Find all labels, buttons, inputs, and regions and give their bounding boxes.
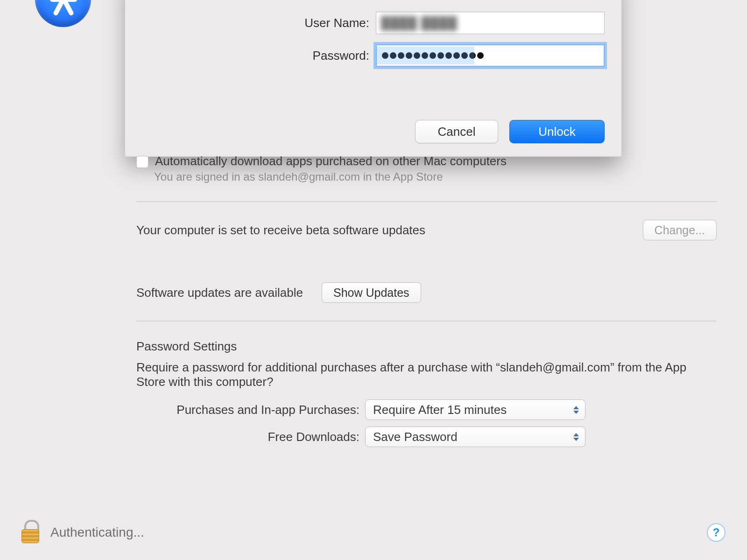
preferences-content: Automatically download apps purchased on…	[136, 154, 717, 447]
username-label: User Name:	[215, 16, 369, 30]
auth-sheet: Enter your password to allow this. User …	[125, 0, 622, 157]
username-field[interactable]: ████ ████	[376, 12, 605, 34]
purchases-select[interactable]: Require After 15 minutes	[365, 399, 585, 420]
auto-download-label: Automatically download apps purchased on…	[155, 154, 507, 168]
password-value	[381, 52, 484, 59]
password-settings-desc: Require a password for additional purcha…	[136, 360, 717, 389]
password-settings-title: Password Settings	[136, 339, 717, 354]
divider	[136, 201, 717, 202]
password-label: Password:	[215, 49, 369, 63]
help-button[interactable]: ?	[707, 523, 726, 542]
updates-available-text: Software updates are available	[136, 286, 303, 300]
auto-download-checkbox[interactable]	[136, 156, 148, 168]
password-field[interactable]	[376, 44, 605, 67]
signed-in-text: You are signed in as slandeh@gmail.com i…	[154, 170, 717, 183]
free-downloads-select[interactable]: Save Password	[365, 427, 585, 447]
chevron-updown-icon	[572, 403, 580, 416]
auto-download-row: Automatically download apps purchased on…	[136, 154, 717, 168]
footer: Authenticating... ?	[21, 523, 726, 542]
chevron-updown-icon	[572, 430, 580, 443]
beta-updates-text: Your computer is set to receive beta sof…	[136, 223, 425, 238]
divider	[136, 321, 717, 322]
show-updates-button[interactable]: Show Updates	[322, 282, 421, 303]
cancel-button[interactable]: Cancel	[415, 120, 498, 143]
app-store-icon	[35, 0, 91, 27]
username-value: ████ ████	[381, 16, 458, 30]
purchases-value: Require After 15 minutes	[373, 403, 507, 417]
purchases-label: Purchases and In-app Purchases:	[136, 403, 359, 417]
unlock-button[interactable]: Unlock	[509, 120, 605, 143]
free-downloads-label: Free Downloads:	[136, 430, 359, 444]
free-downloads-value: Save Password	[373, 430, 458, 444]
auth-status-text: Authenticating...	[50, 525, 144, 540]
change-button[interactable]: Change...	[643, 220, 717, 240]
lock-icon[interactable]	[21, 523, 38, 542]
